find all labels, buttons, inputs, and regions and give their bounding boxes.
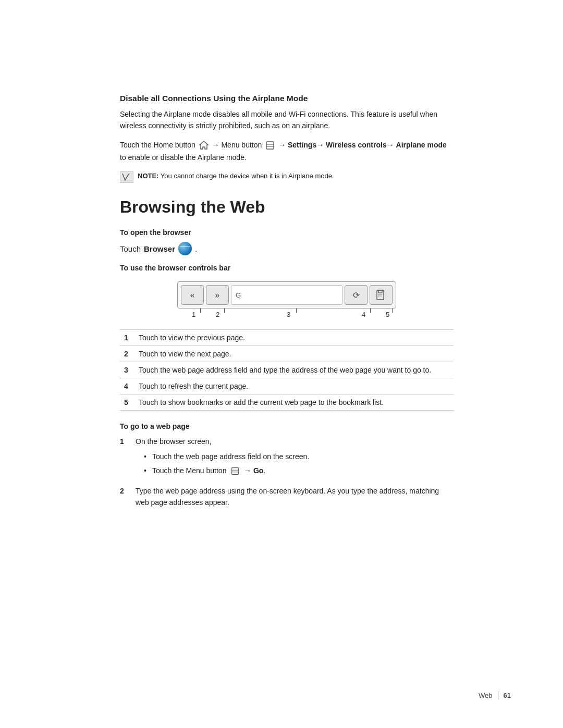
table-row: 4Touch to refresh the current page. [120, 378, 454, 394]
row-num: 3 [120, 362, 134, 378]
menu-icon [265, 140, 275, 151]
browser-bar: « » G ⟳ [177, 281, 396, 309]
browsing-heading: Browsing the Web [120, 198, 454, 217]
airplane-heading: Disable all Connections Using the Airpla… [120, 94, 454, 103]
page-content: Disable all Connections Using the Airpla… [78, 0, 485, 560]
bookmark-icon [375, 289, 387, 301]
note-content: You cannot charge the device when it is … [158, 172, 334, 180]
step-1-content: On the browser screen, Touch the web pag… [136, 436, 454, 479]
table-row: 1Touch to view the previous page. [120, 330, 454, 346]
controls-table: 1Touch to view the previous page.2Touch … [120, 329, 454, 411]
step-2: 2 Type the web page address using the on… [120, 485, 454, 509]
step-2-text: Type the web page address using the on-s… [136, 487, 439, 507]
step-1-text: On the browser screen, [136, 437, 212, 446]
note-box: NOTE: You cannot charge the device when … [120, 171, 454, 183]
airplane-mode-label: Airplane mode [396, 141, 447, 149]
svg-rect-8 [378, 290, 382, 293]
touch-pre: Touch [120, 244, 141, 253]
address-text: G [236, 291, 241, 299]
step-2-num: 2 [120, 485, 129, 509]
row-num: 4 [120, 378, 134, 394]
row-text: Touch the web page address field and typ… [134, 362, 454, 378]
controls-bar-heading: To use the browser controls bar [120, 264, 454, 272]
back-button: « [181, 285, 204, 305]
touch-post: . [195, 244, 197, 253]
row-text: Touch to view the next page. [134, 346, 454, 362]
bar-num-5: 5 [386, 311, 389, 318]
address-field: G [231, 285, 342, 305]
footer-page-number: 61 [504, 692, 511, 699]
row-text: Touch to show bookmarks or add the curre… [134, 394, 454, 411]
airplane-section: Disable all Connections Using the Airpla… [120, 94, 454, 183]
svg-rect-11 [232, 468, 239, 475]
step-1: 1 On the browser screen, Touch the web p… [120, 436, 454, 479]
bar-num-1: 1 [192, 311, 195, 318]
browsing-section: Browsing the Web To open the browser Tou… [120, 198, 454, 508]
home-icon [199, 140, 209, 151]
bullet-2: Touch the Menu button → Go. [144, 465, 454, 476]
table-row: 2Touch to view the next page. [120, 346, 454, 362]
browser-bar-container: « » G ⟳ [120, 281, 454, 320]
footer-divider [498, 691, 498, 699]
settings-label: Settings [288, 141, 316, 149]
forward-button: » [206, 285, 229, 305]
menu-icon-inline [230, 466, 240, 476]
bar-numbers-row: 1 2 3 4 5 [177, 309, 396, 320]
step-2-content: Type the web page address using the on-s… [136, 485, 454, 509]
note-label: NOTE: [138, 172, 158, 180]
refresh-button: ⟳ [345, 285, 368, 305]
row-num: 5 [120, 394, 134, 411]
note-text: NOTE: You cannot charge the device when … [138, 171, 334, 181]
note-icon [120, 171, 133, 183]
wireless-label: Wireless controls [326, 141, 387, 149]
step-1-num: 1 [120, 436, 129, 479]
svg-rect-7 [377, 290, 384, 300]
table-row: 5Touch to show bookmarks or add the curr… [120, 394, 454, 411]
table-row: 3Touch the web page address field and ty… [120, 362, 454, 378]
browser-globe-icon [178, 242, 192, 255]
bar-num-2: 2 [216, 311, 219, 318]
svg-marker-0 [200, 141, 208, 149]
row-num: 2 [120, 346, 134, 362]
bar-num-4: 4 [362, 311, 365, 318]
bookmarks-button [370, 285, 393, 305]
steps-section: 1 On the browser screen, Touch the web p… [120, 436, 454, 508]
step-1-bullets: Touch the web page address field on the … [144, 451, 454, 477]
browser-label: Browser [144, 244, 175, 253]
touch-browser-line: Touch Browser . [120, 242, 454, 255]
row-text: Touch to view the previous page. [134, 330, 454, 346]
airplane-instruction: Touch the Home button → Menu button → Se… [120, 139, 454, 164]
bullet-1: Touch the web page address field on the … [144, 451, 454, 462]
web-page-heading: To go to a web page [120, 422, 454, 430]
svg-rect-2 [266, 142, 274, 149]
instruction-end: to enable or disable the Airplane mode. [120, 153, 247, 162]
page-footer: Web 61 [479, 691, 511, 699]
footer-label: Web [479, 692, 493, 699]
row-num: 1 [120, 330, 134, 346]
airplane-body: Selecting the Airplane mode disables all… [120, 108, 454, 132]
bar-num-3: 3 [287, 311, 290, 318]
row-text: Touch to refresh the current page. [134, 378, 454, 394]
open-browser-heading: To open the browser [120, 228, 454, 237]
